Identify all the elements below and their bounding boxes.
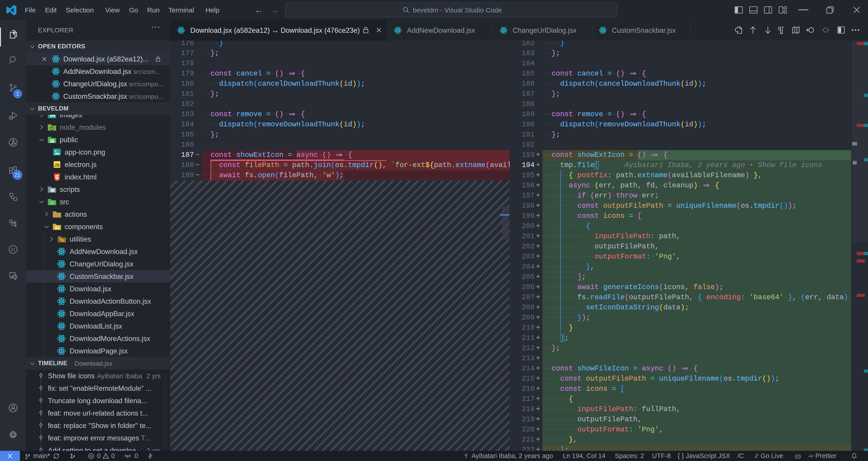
svg-text:JS: JS bbox=[54, 163, 60, 167]
svg-text:/C: /C bbox=[11, 247, 16, 252]
svg-text:JS: JS bbox=[51, 127, 54, 130]
